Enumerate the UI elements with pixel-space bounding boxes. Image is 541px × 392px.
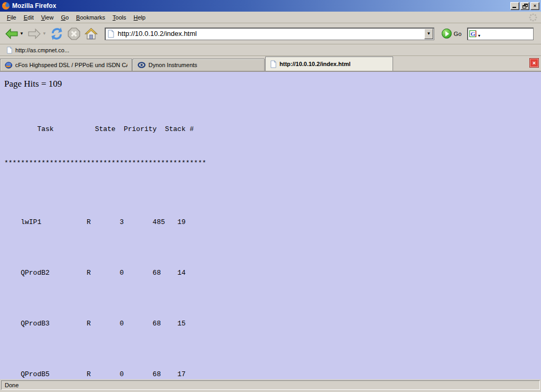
cell-number: 17 bbox=[178, 370, 186, 379]
minimize-button[interactable] bbox=[510, 2, 519, 10]
minimize-icon bbox=[512, 7, 516, 8]
cell-stack: 68 bbox=[153, 269, 178, 277]
menu-edit[interactable]: Edit bbox=[20, 13, 38, 22]
header-stack: Stack bbox=[165, 125, 190, 134]
tab-label: cFos Highspeed DSL / PPPoE und ISDN CAP.… bbox=[15, 62, 127, 68]
cell-priority: 0 bbox=[119, 320, 152, 328]
cell-state: R bbox=[87, 269, 119, 277]
reload-icon bbox=[50, 27, 64, 41]
close-button[interactable]: × bbox=[530, 2, 539, 10]
back-dropdown-icon[interactable]: ▼ bbox=[20, 31, 24, 36]
menu-view[interactable]: View bbox=[38, 13, 58, 22]
url-input[interactable]: http://10.0.10.2/index.html bbox=[115, 30, 424, 38]
dynon-icon bbox=[137, 61, 146, 69]
task-table-header: TaskStatePriorityStack# bbox=[4, 117, 537, 142]
table-row: QProdB3R06815 bbox=[4, 311, 537, 337]
window-title: Mozilla Firefox bbox=[12, 2, 510, 10]
tab-close-button[interactable]: × bbox=[530, 59, 538, 67]
cell-stack: 68 bbox=[153, 320, 178, 328]
bookmark-label: http://as.cmpnet.co... bbox=[15, 47, 69, 53]
cell-stack: 485 bbox=[153, 218, 178, 227]
url-dropdown-button[interactable]: ▼ bbox=[424, 29, 433, 39]
go-arrow-icon bbox=[445, 31, 449, 36]
go-label[interactable]: Go bbox=[454, 31, 462, 37]
home-button[interactable] bbox=[83, 26, 99, 42]
cell-task: lwIP1 bbox=[21, 218, 87, 227]
table-row: QProdB2R06814 bbox=[4, 260, 537, 286]
stop-icon bbox=[67, 27, 81, 41]
page-content: Page Hits = 109 TaskStatePriorityStack# … bbox=[0, 72, 541, 379]
cell-priority: 3 bbox=[119, 218, 152, 227]
back-button[interactable]: ▼ bbox=[3, 26, 25, 42]
status-text: Done bbox=[5, 382, 18, 388]
header-priority: Priority bbox=[124, 125, 165, 134]
cell-state: R bbox=[87, 218, 119, 227]
header-task: Task bbox=[37, 125, 95, 134]
status-bar: Done bbox=[0, 379, 541, 392]
cell-state: R bbox=[87, 370, 119, 379]
cell-task: QProdB2 bbox=[21, 269, 87, 277]
back-icon bbox=[4, 27, 19, 41]
page-icon bbox=[107, 30, 115, 38]
throbber-icon bbox=[528, 13, 538, 22]
bookmark-item[interactable]: http://as.cmpnet.co... bbox=[4, 45, 71, 55]
cell-priority: 0 bbox=[119, 370, 152, 379]
task-rows: lwIP1R348519 QProdB2R06814 QProdB3R06815… bbox=[4, 193, 537, 379]
tab-label: http://10.0.10.2/index.html bbox=[279, 61, 350, 67]
url-bar[interactable]: http://10.0.10.2/index.html ▼ bbox=[105, 27, 434, 40]
header-state: State bbox=[95, 125, 124, 134]
table-row: lwIP1R348519 bbox=[4, 210, 537, 235]
page-icon bbox=[6, 46, 13, 54]
menu-help[interactable]: Help bbox=[130, 13, 150, 22]
menu-bookmarks[interactable]: Bookmarks bbox=[72, 13, 109, 22]
separator-row: ****************************************… bbox=[4, 159, 537, 167]
stop-button[interactable] bbox=[66, 26, 82, 42]
status-panel: Done bbox=[1, 380, 540, 390]
cell-number: 15 bbox=[178, 320, 186, 328]
restore-button[interactable] bbox=[520, 2, 529, 10]
table-row: QProdB5R06817 bbox=[4, 362, 537, 379]
menu-go[interactable]: Go bbox=[57, 13, 72, 22]
cell-state: R bbox=[87, 320, 119, 328]
forward-icon bbox=[27, 27, 42, 41]
cell-task: QProdB5 bbox=[21, 370, 87, 379]
cell-priority: 0 bbox=[119, 269, 152, 277]
reload-button[interactable] bbox=[49, 26, 65, 42]
tab-cfos[interactable]: cFos Highspeed DSL / PPPoE und ISDN CAP.… bbox=[0, 59, 132, 71]
page-hits-text: Page Hits = 109 bbox=[4, 79, 537, 89]
cell-task: QProdB3 bbox=[21, 320, 87, 328]
google-icon: G bbox=[469, 30, 477, 38]
firefox-icon bbox=[2, 2, 10, 10]
browser-window: Mozilla Firefox × File Edit View Go Book… bbox=[0, 0, 541, 392]
menu-tools[interactable]: Tools bbox=[109, 13, 130, 22]
svg-text:G: G bbox=[470, 30, 475, 36]
menu-file[interactable]: File bbox=[3, 13, 20, 22]
forward-button[interactable]: ▼ bbox=[26, 26, 48, 42]
page-icon bbox=[270, 60, 277, 68]
tab-active-index-html[interactable]: http://10.0.10.2/index.html bbox=[265, 57, 393, 71]
menu-bar: File Edit View Go Bookmarks Tools Help bbox=[0, 12, 541, 23]
search-input[interactable]: G ▼ bbox=[467, 27, 534, 40]
tab-dynon[interactable]: Dynon Instruments bbox=[133, 59, 265, 71]
tab-strip: cFos Highspeed DSL / PPPoE und ISDN CAP.… bbox=[0, 56, 541, 72]
cell-number: 19 bbox=[178, 218, 186, 227]
home-icon bbox=[84, 27, 98, 41]
bookmarks-toolbar: http://as.cmpnet.co... bbox=[0, 44, 541, 56]
go-button[interactable] bbox=[442, 29, 452, 39]
forward-dropdown-icon[interactable]: ▼ bbox=[42, 31, 46, 36]
navigation-toolbar: ▼ ▼ bbox=[0, 23, 541, 44]
tab-label: Dynon Instruments bbox=[148, 62, 197, 68]
cell-number: 14 bbox=[178, 269, 186, 277]
search-engine-dropdown-icon[interactable]: ▼ bbox=[478, 34, 481, 38]
cfos-icon bbox=[5, 61, 13, 69]
task-table: TaskStatePriorityStack# ****************… bbox=[4, 100, 537, 379]
cell-stack: 68 bbox=[153, 370, 178, 379]
title-bar: Mozilla Firefox × bbox=[0, 0, 541, 12]
header-number: # bbox=[190, 125, 194, 134]
